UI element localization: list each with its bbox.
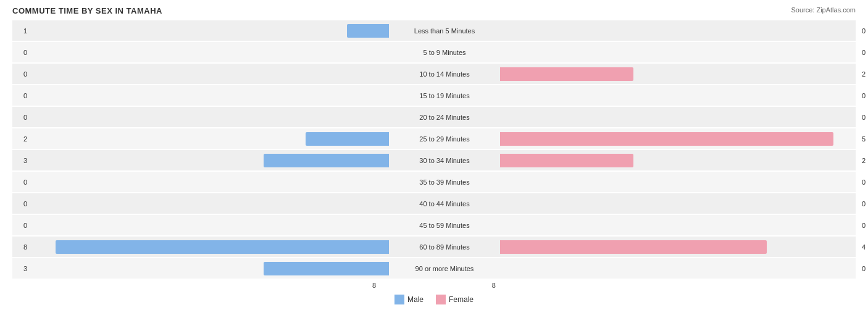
male-value: 8 <box>12 243 31 251</box>
female-bar <box>500 67 633 81</box>
table-row: 0 20 to 24 Minutes 0 <box>12 107 856 128</box>
bar-left <box>31 240 389 254</box>
male-value: 0 <box>12 178 31 186</box>
bar-right <box>500 175 858 189</box>
bar-left <box>31 46 389 59</box>
row-label: 30 to 34 Minutes <box>389 157 500 164</box>
bar-right <box>500 219 858 232</box>
female-value: 0 <box>858 178 868 186</box>
row-label: 60 to 89 Minutes <box>389 243 500 251</box>
female-value: 4 <box>858 243 868 251</box>
male-value: 2 <box>12 135 31 143</box>
female-value: 0 <box>858 265 868 272</box>
bar-left <box>31 111 389 124</box>
bar-right <box>500 89 858 103</box>
female-swatch <box>436 295 446 304</box>
female-value: 0 <box>858 114 868 121</box>
male-bar <box>347 24 389 38</box>
male-value: 0 <box>12 114 31 121</box>
female-value: 0 <box>858 27 868 35</box>
table-row: 0 35 to 39 Minutes 0 <box>12 172 856 193</box>
row-label: 20 to 24 Minutes <box>389 114 500 121</box>
female-value: 2 <box>858 70 868 78</box>
male-bar <box>306 132 389 146</box>
table-row: 3 90 or more Minutes 0 <box>12 258 856 280</box>
bar-right <box>500 111 858 124</box>
bar-left <box>31 219 389 232</box>
female-value: 0 <box>858 92 868 99</box>
row-label: 90 or more Minutes <box>389 265 500 272</box>
female-value: 5 <box>858 135 868 143</box>
legend-male: Male <box>394 295 424 304</box>
row-label: Less than 5 Minutes <box>389 27 500 35</box>
bar-right <box>500 197 858 211</box>
row-label: 25 to 29 Minutes <box>389 135 500 143</box>
bar-left <box>31 154 389 167</box>
legend-female: Female <box>436 295 474 304</box>
male-bar <box>264 154 389 167</box>
bar-right <box>500 154 858 167</box>
table-row: 0 45 to 59 Minutes 0 <box>12 215 856 237</box>
male-value: 0 <box>12 49 31 56</box>
table-row: 0 10 to 14 Minutes 2 <box>12 64 856 85</box>
legend: Male Female <box>12 295 856 304</box>
bar-left <box>31 197 389 211</box>
bar-left <box>31 132 389 146</box>
male-value: 1 <box>12 27 31 35</box>
table-row: 3 30 to 34 Minutes 2 <box>12 150 856 172</box>
table-row: 1 Less than 5 Minutes 0 <box>12 20 856 42</box>
source-label: Source: ZipAtlas.com <box>791 6 856 14</box>
female-value: 0 <box>858 49 868 56</box>
male-bar <box>56 240 389 254</box>
bar-right <box>500 262 858 275</box>
row-label: 45 to 59 Minutes <box>389 222 500 229</box>
male-value: 0 <box>12 222 31 229</box>
table-row: 0 40 to 44 Minutes 0 <box>12 193 856 215</box>
bar-right <box>500 46 858 59</box>
bar-right <box>500 240 858 254</box>
row-label: 10 to 14 Minutes <box>389 70 500 78</box>
male-value: 0 <box>12 92 31 99</box>
row-label: 35 to 39 Minutes <box>389 178 500 186</box>
male-value: 3 <box>12 265 31 272</box>
male-bar <box>264 262 389 275</box>
bar-left <box>31 89 389 103</box>
axis-left: 8 <box>12 282 380 289</box>
male-value: 0 <box>12 70 31 78</box>
bar-right <box>500 24 858 38</box>
female-label: Female <box>449 295 474 304</box>
axis-row: 8 8 <box>12 280 856 291</box>
rows-area: 1 Less than 5 Minutes 0 0 5 to 9 Minutes… <box>12 20 856 280</box>
bar-right <box>500 67 858 81</box>
bar-left <box>31 24 389 38</box>
female-value: 0 <box>858 222 868 229</box>
row-label: 15 to 19 Minutes <box>389 92 500 99</box>
male-value: 3 <box>12 157 31 164</box>
table-row: 0 5 to 9 Minutes 0 <box>12 42 856 64</box>
male-label: Male <box>407 295 424 304</box>
bar-left <box>31 262 389 275</box>
row-label: 5 to 9 Minutes <box>389 49 500 56</box>
bar-left <box>31 175 389 189</box>
female-bar <box>500 240 767 254</box>
male-swatch <box>394 295 404 304</box>
table-row: 0 15 to 19 Minutes 0 <box>12 85 856 107</box>
chart-container: COMMUTE TIME BY SEX IN TAMAHA Source: Zi… <box>0 0 868 323</box>
bar-right <box>500 132 858 146</box>
female-value: 0 <box>858 200 868 208</box>
row-label: 40 to 44 Minutes <box>389 200 500 208</box>
table-row: 8 60 to 89 Minutes 4 <box>12 237 856 258</box>
female-value: 2 <box>858 157 868 164</box>
male-value: 0 <box>12 200 31 208</box>
female-bar <box>500 132 833 146</box>
female-bar <box>500 154 633 167</box>
bar-left <box>31 67 389 81</box>
chart-title: COMMUTE TIME BY SEX IN TAMAHA <box>12 6 856 15</box>
table-row: 2 25 to 29 Minutes 5 <box>12 128 856 150</box>
axis-right: 8 <box>488 282 856 289</box>
